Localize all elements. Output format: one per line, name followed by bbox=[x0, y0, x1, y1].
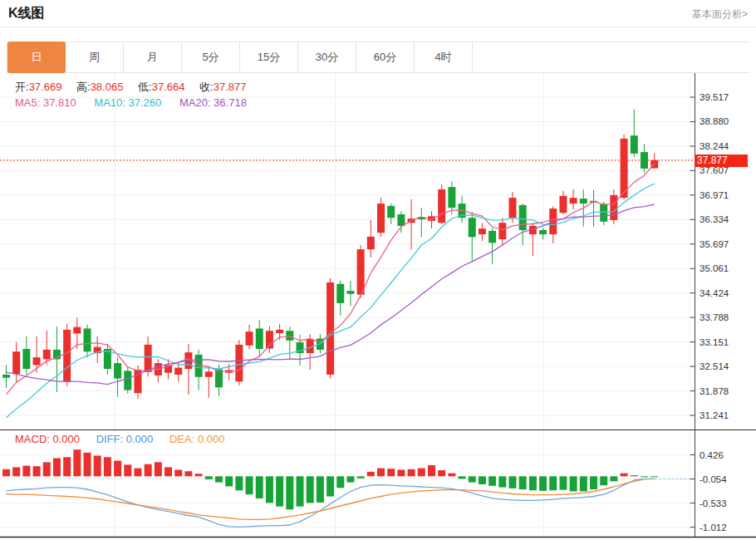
tab-30分[interactable]: 30分 bbox=[298, 42, 356, 72]
macd-bar bbox=[33, 466, 41, 476]
macd-bar bbox=[235, 476, 243, 490]
candle-body bbox=[286, 331, 293, 341]
price-axis-label: 36.971 bbox=[700, 190, 729, 200]
macd-bar bbox=[498, 476, 506, 487]
price-axis-label: 35.061 bbox=[700, 263, 729, 273]
ma20-readout: MA20: 36.718 bbox=[179, 96, 247, 109]
macd-axis-label: -0.533 bbox=[700, 498, 727, 508]
macd-bar bbox=[104, 457, 111, 476]
candle-body bbox=[559, 196, 567, 213]
macd-bar bbox=[134, 469, 141, 477]
candle-body bbox=[33, 357, 41, 365]
macd-bar bbox=[22, 466, 30, 477]
macd-bar bbox=[63, 457, 71, 476]
fundamental-analysis-link[interactable]: 基本面分析> bbox=[692, 7, 748, 22]
macd-bar bbox=[387, 469, 395, 476]
close-label: 收: bbox=[199, 81, 214, 93]
candle-body bbox=[600, 204, 607, 222]
macd-bar bbox=[519, 476, 527, 489]
macd-bar bbox=[438, 470, 445, 476]
candle-body bbox=[357, 249, 365, 295]
candle-body bbox=[610, 195, 617, 220]
price-axis-label: 33.788 bbox=[700, 312, 729, 322]
macd-bar bbox=[276, 476, 283, 506]
macd-bar bbox=[266, 476, 273, 503]
price-axis-label: 32.514 bbox=[700, 361, 729, 371]
candle-body bbox=[256, 328, 263, 349]
macd-bar bbox=[488, 476, 496, 486]
macd-bar bbox=[590, 476, 597, 489]
tab-15分[interactable]: 15分 bbox=[240, 42, 298, 72]
macd-bar bbox=[53, 459, 61, 477]
header-divider bbox=[0, 27, 756, 27]
candle-body bbox=[346, 291, 354, 294]
macd-bar bbox=[539, 476, 547, 491]
tab-周[interactable]: 周 bbox=[66, 42, 124, 72]
candle-body bbox=[215, 370, 223, 388]
high-label: 高: bbox=[76, 81, 91, 93]
candle-body bbox=[488, 231, 496, 243]
macd-bar bbox=[307, 476, 314, 503]
open-value: 37.669 bbox=[29, 81, 62, 93]
price-axis-label: 31.241 bbox=[700, 410, 729, 420]
macd-bar bbox=[286, 476, 293, 509]
candle-body bbox=[63, 330, 71, 382]
macd-bar bbox=[326, 476, 334, 496]
candle-body bbox=[124, 371, 131, 390]
candle-body bbox=[307, 339, 314, 353]
tab-4时[interactable]: 4时 bbox=[415, 42, 473, 72]
macd-bar bbox=[184, 471, 192, 476]
candle-body bbox=[387, 206, 395, 218]
close-value: 37.877 bbox=[214, 81, 247, 93]
macd-bar bbox=[124, 464, 131, 476]
macd-bar bbox=[84, 453, 91, 476]
high-value: 38.065 bbox=[91, 81, 124, 93]
tab-5分[interactable]: 5分 bbox=[182, 42, 240, 72]
price-axis-label: 31.878 bbox=[700, 386, 729, 396]
ma-readout: MA5: 37.810 MA10: 37.260 MA20: 36.718 bbox=[15, 96, 247, 109]
candle-body bbox=[276, 330, 283, 333]
candle-body bbox=[641, 152, 648, 169]
candle-body bbox=[377, 204, 385, 233]
macd-bar bbox=[479, 476, 486, 484]
candle-body bbox=[438, 189, 445, 223]
macd-bar bbox=[336, 476, 344, 488]
candle-body bbox=[2, 375, 10, 378]
macd-bar bbox=[145, 464, 152, 477]
macd-bar bbox=[346, 476, 354, 482]
candle-body bbox=[498, 223, 506, 239]
candle-body bbox=[367, 237, 375, 249]
candle-body bbox=[235, 345, 243, 381]
macd-bar bbox=[215, 476, 223, 482]
tab-日[interactable]: 日 bbox=[7, 42, 66, 73]
macd-axis-label: -1.012 bbox=[700, 523, 727, 533]
macd-bar bbox=[469, 476, 476, 482]
macd-readout: MACD: 0.000 DIFF: 0.000 DEA: 0.000 bbox=[15, 433, 224, 445]
macd-bar bbox=[650, 476, 658, 477]
macd-bar bbox=[418, 469, 425, 477]
macd-bar bbox=[256, 476, 263, 498]
macd-bar bbox=[448, 474, 455, 477]
ma10-readout: MA10: 37.260 bbox=[94, 96, 161, 109]
tab-月[interactable]: 月 bbox=[124, 42, 182, 72]
price-axis-label: 35.697 bbox=[700, 239, 729, 249]
open-label: 开: bbox=[15, 81, 29, 93]
macd-bar bbox=[317, 476, 324, 502]
candle-body bbox=[114, 363, 121, 379]
macd-bar bbox=[459, 476, 466, 479]
candle-body bbox=[246, 331, 253, 346]
tab-60分[interactable]: 60分 bbox=[356, 42, 415, 72]
candle-body bbox=[397, 214, 405, 226]
candle-body bbox=[336, 284, 344, 303]
macd-bar bbox=[174, 469, 182, 476]
low-label: 低: bbox=[138, 81, 152, 93]
candle-body bbox=[22, 349, 30, 369]
candle-body bbox=[84, 328, 91, 351]
page-title: K线图 bbox=[8, 5, 45, 22]
dea-value-readout: DEA: 0.000 bbox=[169, 433, 225, 445]
macd-bar bbox=[367, 472, 375, 476]
macd-bar bbox=[164, 467, 172, 476]
macd-bar bbox=[225, 476, 233, 486]
macd-bar bbox=[114, 461, 121, 477]
macd-bar bbox=[610, 476, 617, 481]
